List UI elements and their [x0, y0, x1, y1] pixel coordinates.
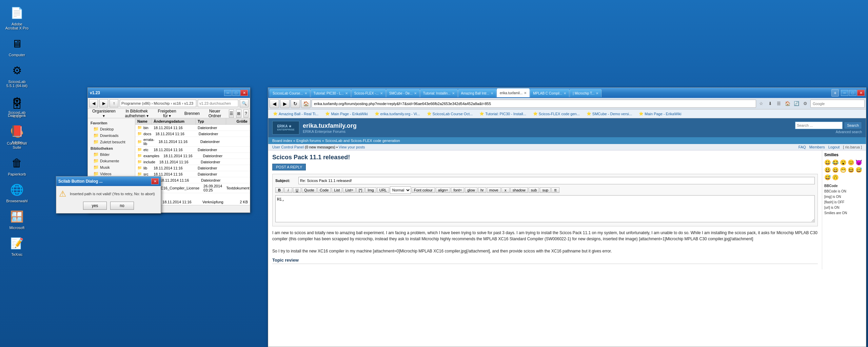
- tt-button[interactable]: tt: [551, 187, 559, 193]
- desktop-icon-tetex[interactable]: 📝 TeXnic: [3, 234, 31, 258]
- browser-maximize-button[interactable]: □: [849, 90, 856, 96]
- dialog-yes-button[interactable]: yes: [83, 202, 107, 210]
- desktop-icon-scilab554[interactable]: ⚙ ScicosLab 5.5.1 (64-bit): [3, 61, 31, 89]
- tab-close-icon[interactable]: ✕: [380, 91, 383, 95]
- members-link[interactable]: Members: [809, 145, 825, 149]
- browser-tab[interactable]: ScicosLab Course...✕: [270, 89, 310, 97]
- nav-item-dokumente[interactable]: 📁 Dokumente: [88, 158, 135, 164]
- tab-close-icon[interactable]: ✕: [491, 91, 493, 95]
- smiley-icon[interactable]: 😅: [824, 174, 831, 181]
- address-bar[interactable]: Programme (x86) › Microchip › xc16 › v1.…: [120, 100, 196, 107]
- browser-tab[interactable]: Tutorial: PIC30 - L...✕: [311, 89, 351, 97]
- download-button[interactable]: ⬇: [766, 100, 774, 108]
- bold-button[interactable]: B: [275, 187, 283, 193]
- bookmark-item[interactable]: ⭐Main Page - ErikaWiki: [322, 111, 370, 117]
- font-colour-button[interactable]: Font colour: [412, 187, 435, 193]
- smiley-icon[interactable]: 😈: [855, 159, 862, 166]
- italic-button[interactable]: i: [284, 187, 292, 193]
- bookmark-item[interactable]: ⭐SMCube - Demo versi...: [584, 111, 635, 117]
- smiley-icon[interactable]: 😁: [840, 167, 847, 173]
- user-control-panel-link[interactable]: User Control Panel: [272, 145, 304, 149]
- smiley-icon[interactable]: 😂: [832, 159, 839, 166]
- search-input[interactable]: [198, 100, 238, 107]
- forum-search-input[interactable]: [795, 122, 843, 129]
- browser-tab[interactable]: | Microchip T...✕: [570, 89, 601, 97]
- browser-tab[interactable]: SMCube - De...✕: [386, 89, 420, 97]
- move-button[interactable]: move: [487, 187, 501, 193]
- forward-button[interactable]: ▶: [99, 99, 108, 107]
- tab-close-icon[interactable]: ✕: [452, 91, 455, 95]
- glow-button[interactable]: glow: [465, 187, 477, 193]
- nav-item-recent[interactable]: 📁 Zuletzt besucht: [88, 139, 135, 145]
- table-row[interactable]: 📁 docs 18.11.2014 11:16 Dateiordner: [135, 131, 250, 137]
- tab-close-icon[interactable]: ✕: [596, 91, 598, 95]
- dialog-no-button[interactable]: no: [110, 202, 134, 210]
- bookmark-star-button[interactable]: ☆: [757, 100, 765, 108]
- sync-button[interactable]: 🔄: [792, 100, 801, 108]
- back-button[interactable]: ◀: [89, 99, 98, 107]
- smiley-icon[interactable]: 😊: [848, 159, 854, 166]
- tab-close-icon[interactable]: ✕: [524, 91, 527, 95]
- browser-tab[interactable]: Amazing Ball Intr...✕: [458, 89, 496, 97]
- sub-button[interactable]: sub: [529, 187, 539, 193]
- browser-menu-button[interactable]: ☰: [775, 100, 783, 108]
- close-button[interactable]: ✕: [240, 90, 248, 96]
- new-tab-button[interactable]: +: [831, 89, 839, 97]
- bookmark-item[interactable]: ⭐ScicosLab Course Oct...: [424, 111, 476, 117]
- bookmark-item[interactable]: ⭐Amazing Ball - Real Ti...: [270, 111, 321, 117]
- browser-back-button[interactable]: ◀: [270, 99, 279, 108]
- search-go-button[interactable]: 🔍: [240, 99, 249, 107]
- underline-button[interactable]: U: [293, 187, 301, 193]
- menu2-button[interactable]: ⚙: [801, 100, 809, 108]
- table-row[interactable]: 📁 include 18.11.2014 11:16 Dateiordner: [135, 159, 250, 165]
- sup-button[interactable]: sup: [540, 187, 551, 193]
- list-eq-button[interactable]: List=: [343, 187, 356, 193]
- img-button[interactable]: Img: [365, 187, 376, 193]
- bookmark-item[interactable]: ⭐Tutorial: PIC30 - Install...: [477, 111, 529, 117]
- help-button[interactable]: ?: [243, 109, 249, 118]
- quote-button[interactable]: Quote: [302, 187, 317, 193]
- faq-link[interactable]: FAQ: [798, 145, 806, 149]
- hr-button[interactable]: hr: [478, 187, 486, 193]
- col-header-date[interactable]: Änderungsdatum: [152, 118, 196, 124]
- desktop-icon-acrobat2[interactable]: 📕 Adobe: [3, 122, 31, 146]
- view-toggle-button[interactable]: ☰: [229, 109, 234, 118]
- listitem-button[interactable]: [*]: [356, 187, 364, 193]
- burn-button[interactable]: Brennen: [181, 110, 203, 117]
- browser-address-input[interactable]: [312, 100, 756, 108]
- tab-close-icon[interactable]: ✕: [304, 91, 307, 95]
- smiley-icon[interactable]: 😃: [824, 167, 831, 173]
- browser-tab[interactable]: erika.tuxfamil...✕: [497, 88, 530, 97]
- new-folder-button[interactable]: Neuer Ordner: [205, 108, 225, 119]
- desktop-icon-papierkorb[interactable]: 🗑 Papierkorb: [3, 154, 31, 178]
- share-button[interactable]: Freigeben für ▾: [155, 108, 179, 119]
- preview-button[interactable]: ⊞: [236, 109, 241, 118]
- browser-minimize-button[interactable]: ─: [841, 90, 848, 96]
- nav-item-bilder[interactable]: 📁 Bilder: [88, 151, 135, 158]
- forum-search-button[interactable]: Search: [844, 122, 862, 129]
- browser-tab[interactable]: MPLAB C Compil...✕: [530, 89, 569, 97]
- desktop-icon-adobe[interactable]: 📄 Adobe Acrobat X Pro: [3, 3, 31, 32]
- tab-close-icon[interactable]: ✕: [345, 91, 348, 95]
- up-button[interactable]: ↑: [110, 99, 118, 107]
- logout-link[interactable]: Logout: [828, 145, 840, 149]
- nav-item-desktop[interactable]: 📁 Desktop: [88, 126, 135, 132]
- desktop-icon-db[interactable]: 🗄 Datenbank: [3, 95, 31, 119]
- minimize-button[interactable]: ─: [224, 90, 232, 96]
- smiley-icon[interactable]: 😅: [855, 167, 862, 173]
- bookmark-item[interactable]: ⭐Scicos-FLEX code gen...: [530, 111, 583, 117]
- browser-home-button[interactable]: 🏠: [301, 99, 311, 108]
- desktop-icon-microsoft[interactable]: 🪟 Microsoft: [3, 207, 31, 231]
- tab-close-icon[interactable]: ✕: [414, 91, 417, 95]
- smiley-icon[interactable]: 😆: [848, 167, 854, 173]
- browser-forward-button[interactable]: ▶: [280, 99, 290, 108]
- desktop-icon-browserwahl[interactable]: 🌐 Browserwahl: [3, 180, 31, 204]
- align-button[interactable]: align=: [436, 187, 451, 193]
- bookmark-item[interactable]: ⭐erika.tuxfamily.org - Vi...: [372, 111, 423, 117]
- smiley-icon[interactable]: 😄: [832, 167, 839, 173]
- col-header-size[interactable]: Größe: [226, 118, 250, 124]
- home2-button[interactable]: 🏠: [784, 100, 792, 108]
- url-button[interactable]: URL: [377, 187, 389, 193]
- view-posts-link[interactable]: View your posts: [339, 145, 365, 149]
- add-to-lib-button[interactable]: In Bibliothek aufnehmen ▾: [121, 108, 153, 119]
